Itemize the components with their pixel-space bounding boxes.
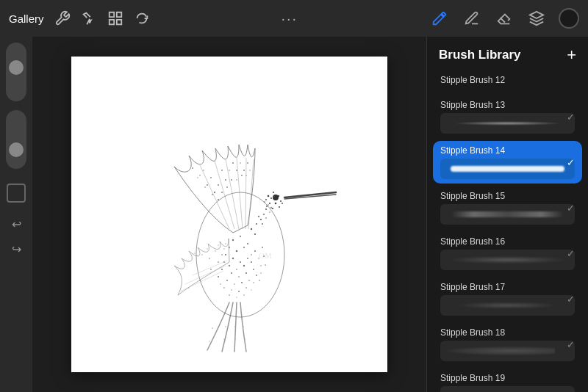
svg-point-52 <box>260 219 262 220</box>
top-bar-center: ··· <box>281 10 298 27</box>
redo-button[interactable]: ↪ <box>7 239 26 258</box>
selection-icon[interactable] <box>81 10 97 26</box>
svg-point-48 <box>243 294 244 295</box>
svg-point-130 <box>209 341 209 341</box>
brush-size-slider[interactable] <box>6 43 26 101</box>
selection-square[interactable] <box>7 184 26 203</box>
brush-preview-19 <box>440 386 575 392</box>
brush-item-15[interactable]: Stipple Brush 15 ✓ <box>433 186 582 229</box>
brush-name-16: Stipple Brush 16 <box>440 236 575 247</box>
brush-preview-18 <box>440 341 575 361</box>
svg-point-34 <box>218 276 219 277</box>
undo-button[interactable]: ↩ <box>7 214 26 233</box>
svg-point-83 <box>203 170 204 171</box>
brush-item-14[interactable]: Stipple Brush 14 ✓ <box>433 141 582 184</box>
svg-point-76 <box>264 201 265 203</box>
brush-check-17: ✓ <box>567 294 575 305</box>
svg-point-29 <box>226 280 228 281</box>
top-bar: Gallery ··· <box>0 0 588 37</box>
svg-point-93 <box>207 184 208 186</box>
svg-point-5 <box>232 239 234 241</box>
brush-name-18: Stipple Brush 18 <box>440 327 575 338</box>
svg-point-47 <box>236 297 237 297</box>
svg-point-14 <box>240 261 241 263</box>
svg-point-40 <box>262 247 263 248</box>
brush-tool-button[interactable] <box>429 8 450 29</box>
brush-item-12[interactable]: Stipple Brush 12 <box>433 70 582 92</box>
svg-point-6 <box>240 236 241 237</box>
svg-point-136 <box>244 338 245 339</box>
svg-point-37 <box>238 291 240 292</box>
lasso-icon[interactable] <box>134 10 150 26</box>
svg-point-129 <box>212 327 213 329</box>
color-picker-button[interactable] <box>559 8 579 29</box>
svg-point-26 <box>253 269 254 270</box>
svg-point-53 <box>263 214 265 215</box>
svg-point-72 <box>282 203 283 204</box>
svg-point-97 <box>226 186 228 188</box>
svg-point-24 <box>238 276 240 277</box>
svg-point-82 <box>210 177 212 178</box>
svg-point-86 <box>229 170 230 171</box>
svg-point-13 <box>232 258 234 259</box>
layers-tool-button[interactable] <box>526 8 547 29</box>
brush-preview-14 <box>440 159 575 179</box>
brush-item-17[interactable]: Stipple Brush 17 ✓ <box>433 277 582 320</box>
smudge-tool-button[interactable] <box>462 8 482 29</box>
svg-point-63 <box>268 195 270 197</box>
svg-point-36 <box>231 289 232 290</box>
add-brush-button[interactable]: + <box>567 47 576 63</box>
svg-point-105 <box>204 186 206 188</box>
transform-icon[interactable] <box>107 10 123 26</box>
svg-point-32 <box>248 280 250 281</box>
svg-point-135 <box>243 326 244 327</box>
more-menu-button[interactable]: ··· <box>281 10 298 27</box>
brush-check-16: ✓ <box>567 248 575 259</box>
svg-point-67 <box>275 203 277 205</box>
svg-point-15 <box>247 258 248 259</box>
brush-name-19: Stipple Brush 19 <box>440 373 575 383</box>
svg-point-11 <box>251 254 252 255</box>
svg-point-60 <box>270 207 272 208</box>
opacity-slider[interactable] <box>6 110 26 169</box>
svg-point-12 <box>225 254 226 255</box>
svg-point-56 <box>258 216 259 217</box>
main-content: ↩ ↪ <box>0 37 588 392</box>
svg-point-100 <box>241 175 243 176</box>
svg-point-89 <box>240 162 241 164</box>
svg-point-116 <box>218 261 219 263</box>
top-bar-left: Gallery <box>9 10 150 26</box>
gallery-button[interactable]: Gallery <box>9 12 44 25</box>
brush-check-18: ✓ <box>567 339 575 350</box>
wrench-icon[interactable] <box>54 10 71 26</box>
brush-item-13[interactable]: Stipple Brush 13 ✓ <box>433 95 582 138</box>
svg-point-117 <box>209 258 210 259</box>
svg-point-99 <box>236 179 237 181</box>
svg-text:OM: OM <box>259 251 272 260</box>
brush-item-18[interactable]: Stipple Brush 18 ✓ <box>433 323 582 366</box>
svg-point-27 <box>260 265 261 266</box>
svg-point-124 <box>218 244 218 245</box>
svg-rect-3 <box>71 57 387 372</box>
brush-list: Stipple Brush 12 Stipple Brush 13 ✓ Stip… <box>427 70 588 392</box>
svg-point-66 <box>280 200 282 202</box>
svg-point-87 <box>232 162 234 164</box>
brush-name-17: Stipple Brush 17 <box>440 282 575 292</box>
svg-point-125 <box>225 243 226 244</box>
svg-point-42 <box>265 264 266 266</box>
canvas-area: OM <box>32 37 426 392</box>
svg-point-59 <box>269 211 270 212</box>
brush-item-16[interactable]: Stipple Brush 16 ✓ <box>433 232 582 275</box>
eraser-tool-button[interactable] <box>494 8 514 29</box>
canvas[interactable]: OM <box>71 57 387 372</box>
svg-point-70 <box>270 197 272 199</box>
brush-check-13: ✓ <box>567 112 575 123</box>
left-sidebar: ↩ ↪ <box>0 37 32 392</box>
svg-point-119 <box>194 253 195 253</box>
brush-item-19[interactable]: Stipple Brush 19 <box>433 369 582 392</box>
svg-point-102 <box>249 170 250 170</box>
svg-point-92 <box>214 192 215 193</box>
svg-point-88 <box>236 170 237 171</box>
svg-point-25 <box>245 272 247 274</box>
svg-point-35 <box>223 287 225 288</box>
